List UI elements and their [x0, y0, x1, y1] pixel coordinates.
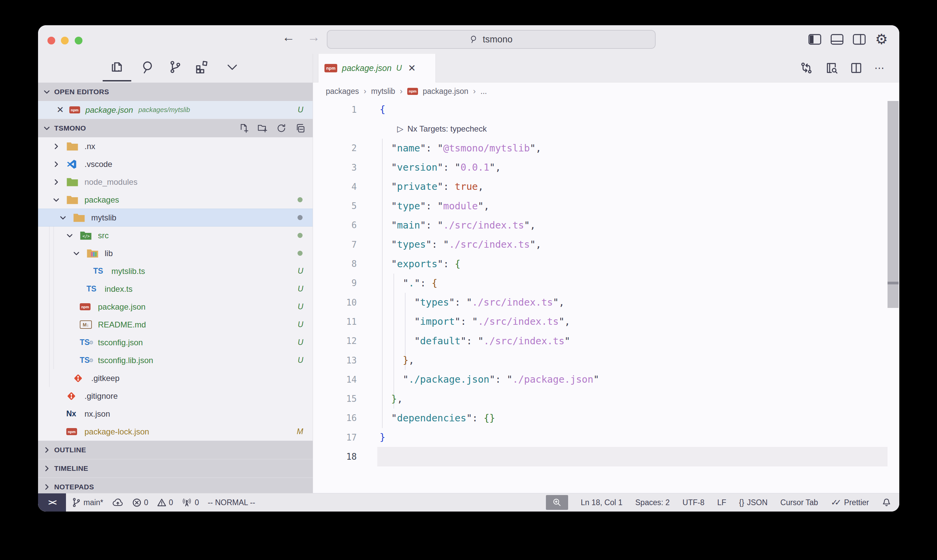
tree-item-node_modules[interactable]: node_modules	[38, 173, 313, 191]
code-line-4[interactable]: 4 "private": true,	[313, 177, 899, 196]
chevron-right-icon[interactable]	[52, 160, 60, 168]
outline-section-header[interactable]: OUTLINE	[38, 440, 313, 459]
cursor-tab-status[interactable]: Cursor Tab	[780, 498, 818, 507]
warnings-status[interactable]: 0	[157, 498, 173, 507]
refresh-explorer-icon[interactable]	[276, 123, 286, 133]
close-editor-icon[interactable]: ✕	[57, 105, 64, 115]
editor-group: npm package.json U ✕ ⋯ packages › mytsli…	[313, 54, 899, 493]
sync-cloud-icon[interactable]	[112, 498, 123, 507]
encoding-status[interactable]: UTF-8	[683, 498, 705, 507]
open-changes-icon[interactable]	[800, 61, 813, 75]
code-line-1[interactable]: 1{	[313, 100, 899, 119]
tab-close-icon[interactable]: ✕	[408, 63, 415, 74]
tree-item-.gitignore[interactable]: .gitignore	[38, 387, 313, 405]
tree-item-package-lock.json[interactable]: npmpackage-lock.jsonM	[38, 423, 313, 440]
code-line-6[interactable]: 6 "main": "./src/index.ts",	[313, 216, 899, 235]
tree-item-README.md[interactable]: M↓README.mdU	[38, 316, 313, 334]
timeline-section-header[interactable]: TIMELINE	[38, 459, 313, 478]
error-icon	[132, 498, 142, 507]
tree-item-mytslib.ts[interactable]: TSmytslib.tsU	[38, 262, 313, 280]
workspace-header-tsmono[interactable]: TSMONO	[38, 119, 313, 137]
code-line-15[interactable]: 15 },	[313, 389, 899, 408]
code-line-18[interactable]: 18	[313, 447, 899, 466]
code-line-17[interactable]: 17}	[313, 428, 899, 447]
remote-indicator[interactable]: ><	[38, 493, 66, 512]
code-line-10[interactable]: 10 "types": "./src/index.ts",	[313, 293, 899, 312]
search-editor-icon[interactable]	[825, 61, 838, 75]
notepads-section-header[interactable]: NOTEPADS	[38, 478, 313, 493]
errors-status[interactable]: 0	[132, 498, 148, 507]
code-line-2[interactable]: 2 "name": "@tsmono/mytslib",	[313, 138, 899, 158]
more-views-chevron-icon[interactable]	[225, 60, 239, 74]
breadcrumb-packages[interactable]: packages	[326, 87, 359, 96]
navigate-back-button[interactable]: ←	[282, 31, 295, 43]
screencast-zoom-indicator[interactable]	[546, 495, 568, 510]
command-center-search[interactable]: tsmono	[327, 30, 655, 49]
code-line-16[interactable]: 16 "dependencies": {}	[313, 409, 899, 428]
code-text: "main": "./src/index.ts",	[380, 220, 535, 231]
more-actions-icon[interactable]: ⋯	[874, 63, 885, 73]
tree-item-tsconfig.lib.json[interactable]: TS⚙tsconfig.lib.jsonU	[38, 351, 313, 369]
extensions-icon[interactable]	[195, 60, 209, 74]
tree-item-packages[interactable]: packages	[38, 191, 313, 209]
split-editor-icon[interactable]	[849, 61, 863, 75]
toggle-secondary-sidebar-icon[interactable]	[853, 34, 866, 45]
language-mode-status[interactable]: {} JSON	[739, 498, 768, 507]
collapse-folders-icon[interactable]	[295, 123, 305, 133]
toggle-panel-icon[interactable]	[831, 34, 843, 45]
maximize-window-button[interactable]	[75, 37, 83, 45]
tree-item-lib[interactable]: lib	[38, 244, 313, 262]
toggle-primary-sidebar-icon[interactable]	[808, 34, 821, 45]
tree-item-nx.json[interactable]: Nxnx.json	[38, 405, 313, 423]
code-editor[interactable]: 1{▷Nx Targets: typecheck2 "name": "@tsmo…	[313, 100, 899, 466]
chevron-down-icon[interactable]	[72, 249, 80, 257]
tree-item-tsconfig.json[interactable]: TS⚙tsconfig.jsonU	[38, 334, 313, 351]
code-line-9[interactable]: 9 ".": {	[313, 274, 899, 293]
ports-status[interactable]: 0	[182, 498, 199, 507]
tree-item-.nx[interactable]: .nx	[38, 137, 313, 155]
eol-status[interactable]: LF	[717, 498, 726, 507]
new-file-icon[interactable]	[238, 123, 249, 133]
tree-item-.gitkeep[interactable]: .gitkeep	[38, 369, 313, 387]
open-editors-header[interactable]: OPEN EDITORS	[38, 82, 313, 101]
code-line-12[interactable]: 12 "default": "./src/index.ts"	[313, 331, 899, 351]
breadcrumb-package-json[interactable]: package.json	[423, 87, 469, 96]
code-line-8[interactable]: 8 "exports": {	[313, 254, 899, 273]
code-line-11[interactable]: 11 "import": "./src/index.ts",	[313, 312, 899, 331]
breadcrumb-symbol[interactable]: ...	[481, 87, 487, 96]
tree-item-mytslib[interactable]: mytslib	[38, 209, 313, 226]
code-line-7[interactable]: 7 "types": "./src/index.ts",	[313, 235, 899, 254]
breadcrumb-mytslib[interactable]: mytslib	[371, 87, 395, 96]
chevron-right-icon[interactable]	[52, 142, 60, 151]
code-line-5[interactable]: 5 "type": "module",	[313, 196, 899, 215]
navigate-forward-button[interactable]: →	[307, 31, 320, 43]
chevron-down-icon[interactable]	[52, 196, 60, 204]
minimize-window-button[interactable]	[61, 37, 69, 45]
code-line-14[interactable]: 14 "./package.json": "./package.json"	[313, 370, 899, 389]
formatter-status[interactable]: ✓✓ Prettier	[831, 498, 869, 507]
code-line-3[interactable]: 3 "version": "0.0.1",	[313, 158, 899, 177]
tree-item-package.json[interactable]: npmpackage.jsonU	[38, 298, 313, 316]
explorer-files-icon[interactable]	[110, 60, 124, 74]
tree-item-src[interactable]: </>src	[38, 226, 313, 244]
notifications-bell-icon[interactable]	[882, 498, 891, 507]
codelens-nx-targets[interactable]: ▷Nx Targets: typecheck	[313, 119, 899, 138]
branch-icon	[72, 497, 81, 508]
settings-gear-icon[interactable]: ⚙	[875, 32, 888, 47]
tab-package-json[interactable]: npm package.json U ✕	[318, 54, 436, 82]
indentation-status[interactable]: Spaces: 2	[635, 498, 670, 507]
source-control-icon[interactable]	[168, 60, 182, 74]
new-folder-icon[interactable]	[257, 123, 268, 133]
open-editor-entry-package-json[interactable]: ✕ npm package.json packages/mytslib U	[38, 101, 313, 119]
chevron-down-icon[interactable]	[59, 214, 67, 222]
chevron-right-icon[interactable]	[52, 178, 60, 186]
tree-item-index.ts[interactable]: TSindex.tsU	[38, 280, 313, 298]
search-panel-icon[interactable]	[141, 60, 155, 74]
editor-scrollbar-thumb[interactable]	[888, 101, 899, 308]
close-window-button[interactable]	[48, 37, 55, 45]
code-line-13[interactable]: 13 },	[313, 351, 899, 370]
chevron-down-icon[interactable]	[66, 232, 74, 240]
git-branch-status[interactable]: main*	[72, 497, 103, 508]
cursor-position-status[interactable]: Ln 18, Col 1	[581, 498, 623, 507]
tree-item-.vscode[interactable]: .vscode	[38, 155, 313, 173]
